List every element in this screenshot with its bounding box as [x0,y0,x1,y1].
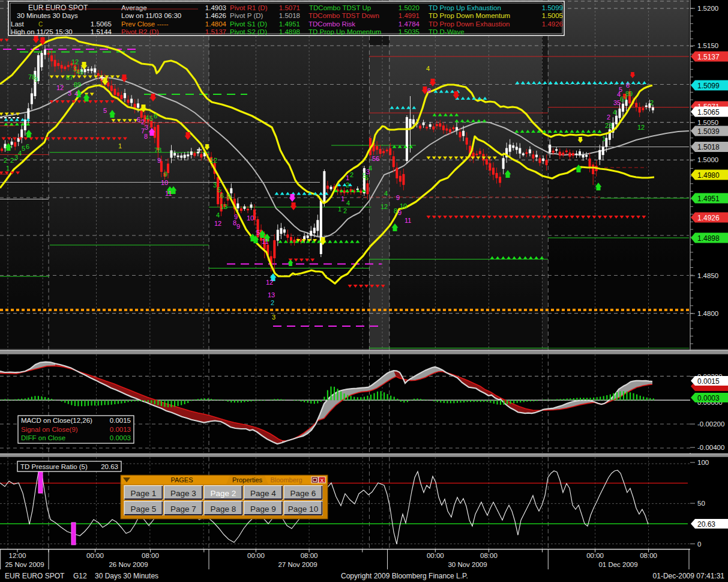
svg-text:Page 2: Page 2 [211,489,236,498]
svg-text:1: 1 [602,135,606,142]
svg-text:9: 9 [398,209,402,216]
svg-text:9: 9 [234,213,238,220]
svg-text:0: 0 [697,541,701,548]
svg-text:2: 2 [350,171,353,178]
svg-text:8: 8 [394,207,397,214]
svg-text:1.5137: 1.5137 [697,53,720,61]
svg-text:12: 12 [56,84,64,91]
svg-text:1.4898: 1.4898 [697,234,720,243]
svg-text:6: 6 [154,112,157,120]
svg-text:27 Nov 2009: 27 Nov 2009 [278,561,317,568]
svg-text:11: 11 [405,217,411,224]
svg-text:08:00: 08:00 [480,552,498,559]
svg-text:Page 9: Page 9 [250,505,276,514]
svg-text:10: 10 [400,202,407,210]
svg-text:67: 67 [66,74,73,81]
svg-text:1.5137: 1.5137 [205,28,226,35]
svg-text:-0.00400: -0.00400 [697,444,724,451]
svg-text:DIFF on Close: DIFF on Close [21,434,65,441]
svg-text:3: 3 [213,181,217,189]
svg-text:6: 6 [26,143,29,150]
svg-text:2: 2 [650,99,654,106]
svg-text:Bloomberg: Bloomberg [270,476,302,483]
svg-text:100: 100 [697,459,709,466]
svg-text:1.5000: 1.5000 [697,156,718,163]
svg-text:45: 45 [76,68,83,76]
svg-text:1.5065: 1.5065 [91,20,112,28]
svg-text:6: 6 [137,116,140,123]
svg-text:1.5039: 1.5039 [697,127,720,136]
svg-text:25 Nov 2009: 25 Nov 2009 [5,561,44,568]
svg-text:Page 3: Page 3 [170,489,196,498]
svg-text:10: 10 [247,214,254,222]
svg-text:1.4784: 1.4784 [399,20,420,28]
svg-text:Properties: Properties [232,476,263,483]
svg-text:1.4980: 1.4980 [697,171,720,180]
svg-text:Average: Average [121,4,147,11]
svg-text:Prev Close -----: Prev Close ----- [121,20,169,28]
svg-text:1.5018: 1.5018 [279,12,300,19]
svg-text:1.4898: 1.4898 [279,28,300,35]
svg-text:3: 3 [272,314,275,321]
svg-text:1.5018: 1.5018 [697,143,720,151]
svg-text:1.4926: 1.4926 [542,20,563,28]
svg-text:2: 2 [4,157,7,164]
svg-text:0.0015: 0.0015 [110,417,131,424]
svg-text:23: 23 [605,122,612,129]
svg-text:1.5150: 1.5150 [697,42,718,49]
svg-text:1.5035: 1.5035 [399,28,420,35]
svg-text:89: 89 [74,81,81,88]
svg-text:12: 12 [637,124,645,131]
svg-text:Page 7: Page 7 [170,505,196,514]
svg-text:1.5050: 1.5050 [697,119,718,126]
svg-text:12: 12 [381,203,388,210]
svg-text:2: 2 [607,114,610,121]
svg-text:9: 9 [157,157,161,164]
svg-text:6: 6 [626,82,630,89]
svg-text:9: 9 [34,76,38,83]
svg-text:TDCombo Risk: TDCombo Risk [308,20,355,28]
svg-text:Page 6: Page 6 [290,489,316,498]
svg-text:0.0013: 0.0013 [110,426,131,433]
svg-text:5: 5 [619,86,622,93]
svg-text:6: 6 [365,174,369,181]
svg-text:01 Dec 2009: 01 Dec 2009 [598,561,637,568]
svg-text:78: 78 [154,147,161,154]
svg-text:13: 13 [220,203,227,210]
svg-text:1.4903: 1.4903 [205,4,226,11]
svg-text:MACD on Close(12,26): MACD on Close(12,26) [21,417,92,424]
svg-text:Page 8: Page 8 [211,505,236,514]
svg-text:Low on 11/03 06:30: Low on 11/03 06:30 [121,12,181,19]
svg-text:Page 5: Page 5 [131,505,157,514]
svg-text:PAGES: PAGES [170,476,193,483]
svg-text:50: 50 [697,500,705,507]
svg-text:08:00: 08:00 [142,552,159,559]
svg-text:9: 9 [164,171,167,178]
svg-text:12: 12 [214,220,221,227]
svg-text:1: 1 [6,165,10,172]
svg-text:08:00: 08:00 [301,552,318,559]
svg-text:Last: Last [11,20,25,28]
svg-text:8: 8 [144,133,148,140]
svg-text:26 Nov 2009: 26 Nov 2009 [109,561,148,568]
svg-text:2: 2 [271,299,274,306]
svg-text:1.5005: 1.5005 [542,12,563,19]
svg-text:20.63: 20.63 [697,520,715,529]
svg-text:1.4951: 1.4951 [279,20,300,28]
svg-text:56: 56 [372,155,379,162]
svg-text:C: C [38,21,43,28]
svg-text:9: 9 [236,223,240,230]
svg-text:1.5144: 1.5144 [91,28,112,35]
svg-text:EUR EURO SPOT: EUR EURO SPOT [28,4,88,12]
svg-text:12: 12 [210,157,217,164]
svg-text:5: 5 [103,107,107,114]
svg-text:1.4951: 1.4951 [697,195,720,203]
svg-text:Pivot P (D): Pivot P (D) [230,12,263,19]
svg-text:4: 4 [346,199,350,207]
svg-text:1.4991: 1.4991 [399,12,420,19]
svg-text:1.4926: 1.4926 [697,214,720,222]
svg-text:1.5020: 1.5020 [399,4,420,11]
svg-text:30 Days 30 Minutes: 30 Days 30 Minutes [95,572,158,580]
svg-text:2: 2 [346,181,349,189]
svg-text:11: 11 [165,190,172,197]
